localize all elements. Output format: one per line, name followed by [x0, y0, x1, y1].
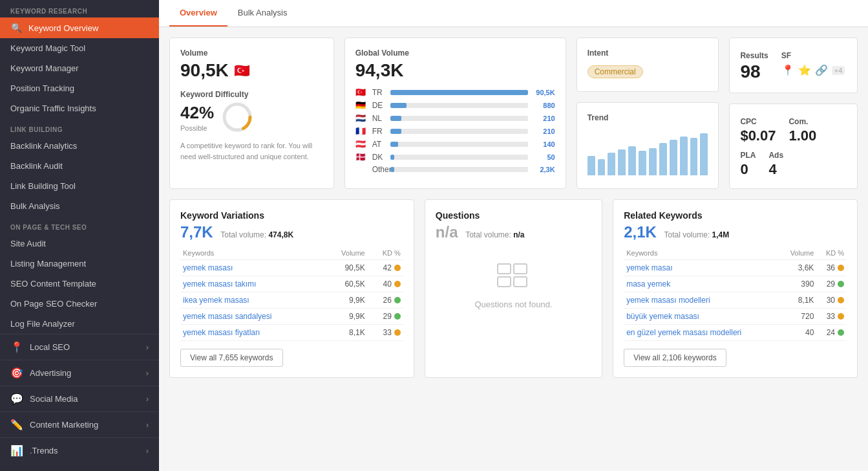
- keyword-link[interactable]: yemek masaı: [626, 263, 672, 272]
- country-value: 50: [531, 153, 555, 161]
- tabs-bar: Overview Bulk Analysis: [159, 0, 868, 27]
- kd-cell: 36: [816, 260, 847, 276]
- table-row: masa yemek 390 29: [624, 276, 847, 292]
- sidebar-item-label: Organic Traffic Insights: [10, 104, 96, 113]
- trend-bar: [670, 140, 677, 175]
- pla-value: 0: [740, 161, 756, 178]
- country-bar-fill: [390, 167, 394, 172]
- intent-badge: Commercial: [587, 65, 643, 78]
- sidebar-item-backlink-audit[interactable]: Backlink Audit: [0, 156, 159, 176]
- trend-bar: [649, 148, 657, 175]
- keyword-link[interactable]: en güzel yemek masası modelleri: [626, 328, 741, 337]
- country-flag: 🇹🇷: [355, 87, 370, 97]
- view-all-related-keywords-button[interactable]: View all 2,106 keywords: [624, 349, 726, 367]
- sf-icons: 📍 ⭐ 🔗 +4: [781, 64, 845, 76]
- sidebar-item-keyword-manager[interactable]: Keyword Manager: [0, 58, 159, 78]
- sidebar-item-label: Backlink Analytics: [10, 141, 77, 151]
- volume-cell: 40: [779, 325, 817, 341]
- sidebar-item-log-file-analyzer[interactable]: Log File Analyzer: [0, 314, 159, 334]
- sidebar-item-listing-management[interactable]: Listing Management: [0, 254, 159, 274]
- country-rows: 🇹🇷 TR 90,5K 🇩🇪 DE 880 🇳🇱 NL 210 🇫🇷 FR 21…: [355, 87, 555, 174]
- chevron-right-icon: ›: [146, 394, 149, 404]
- difficulty-row: 42% Possible: [180, 102, 323, 133]
- country-row: 🇹🇷 TR 90,5K: [355, 87, 555, 97]
- keyword-link[interactable]: yemek masası: [183, 263, 233, 272]
- kd-cell: 33: [816, 309, 847, 325]
- table-row: yemek masası fiyatları 8,1K 33: [180, 325, 403, 341]
- related-keywords-count: 2,1K: [624, 223, 657, 241]
- country-flag: 🇩🇪: [355, 100, 370, 110]
- keyword-link[interactable]: yemek masası fiyatları: [183, 328, 260, 337]
- ads-stat: Ads 4: [768, 151, 783, 178]
- sidebar-item-organic-traffic-insights[interactable]: Organic Traffic Insights: [0, 98, 159, 118]
- sidebar-item-on-page-seo-checker[interactable]: On Page SEO Checker: [0, 294, 159, 314]
- tab-bulk-analysis[interactable]: Bulk Analysis: [228, 0, 298, 27]
- trend-card: Trend: [577, 102, 719, 189]
- kd-dot: [394, 297, 401, 303]
- volume-cell: 3,6K: [779, 260, 817, 276]
- questions-empty-text: Questions not found.: [475, 300, 553, 309]
- sidebar-section-link-building: LINK BUILDING: [0, 118, 159, 136]
- questions-card: Questions n/a Total volume: n/a Q: [425, 199, 602, 378]
- sidebar-item-backlink-analytics[interactable]: Backlink Analytics: [0, 136, 159, 156]
- sidebar-item-keyword-overview[interactable]: 🔍 Keyword Overview: [0, 17, 159, 38]
- country-value: 140: [531, 140, 555, 148]
- tab-overview[interactable]: Overview: [169, 0, 228, 27]
- keyword-link[interactable]: yemek masası modelleri: [626, 296, 710, 305]
- country-flag: 🇫🇷: [355, 126, 370, 136]
- sidebar-item-keyword-magic-tool[interactable]: Keyword Magic Tool: [0, 38, 159, 58]
- keyword-link[interactable]: masa yemek: [626, 279, 670, 289]
- keyword-link[interactable]: yemek masası sandalyesi: [183, 312, 271, 321]
- global-volume-value: 94,3K: [355, 60, 555, 81]
- sidebar-item-bulk-analysis[interactable]: Bulk Analysis: [0, 196, 159, 216]
- sidebar-item-link-building-tool[interactable]: Link Building Tool: [0, 176, 159, 196]
- trend-bar: [628, 146, 636, 175]
- kd-dot: [838, 281, 844, 287]
- keyword-link[interactable]: yemek masası takımı: [183, 279, 256, 289]
- trend-bar: [598, 159, 606, 175]
- keyword-link[interactable]: ikea yemek masası: [183, 296, 249, 305]
- results-stat: Results 98: [740, 51, 768, 82]
- sf-plus-badge: +4: [832, 66, 845, 75]
- sidebar-group-trends[interactable]: 📊 .Trends ›: [0, 437, 159, 463]
- possible-text: Possible: [180, 124, 214, 132]
- view-all-kw-variations-button[interactable]: View all 7,655 keywords: [180, 349, 283, 367]
- results-sf-stats: Results 98 SF 📍 ⭐ 🔗 +4: [740, 51, 847, 82]
- sidebar-item-position-tracking[interactable]: Position Tracking: [0, 78, 159, 98]
- col-kd: KD %: [368, 246, 403, 260]
- sidebar-item-seo-content-template[interactable]: SEO Content Template: [0, 274, 159, 294]
- sidebar-item-site-audit[interactable]: Site Audit: [0, 234, 159, 254]
- country-value: 210: [531, 115, 555, 122]
- sidebar-group-local-seo[interactable]: 📍 Local SEO ›: [0, 334, 159, 360]
- trend-bar: [618, 149, 626, 175]
- country-bar-fill: [390, 142, 399, 147]
- sidebar-item-label: Backlink Audit: [10, 161, 63, 171]
- related-keywords-summary: 2,1K Total volume: 1,4M: [624, 223, 847, 241]
- volume-cell: 9,9K: [324, 309, 368, 325]
- volume-cell: 60,5K: [324, 276, 368, 292]
- sidebar-item-label: Bulk Analysis: [10, 201, 60, 211]
- sidebar-group-advertising[interactable]: 🎯 Advertising ›: [0, 360, 159, 386]
- kd-cell: 30: [816, 292, 847, 309]
- country-value: 880: [531, 102, 555, 109]
- sidebar-group-label: .Trends: [30, 446, 58, 455]
- com-value: 1.00: [789, 127, 816, 144]
- trend-label: Trend: [587, 113, 708, 122]
- keyword-link[interactable]: büyük yemek masası: [626, 312, 699, 321]
- sidebar-item-label: Log File Analyzer: [10, 319, 75, 329]
- kd-dot: [838, 297, 844, 303]
- location-sf-icon: 📍: [781, 64, 794, 76]
- sidebar-group-content-marketing[interactable]: ✏️ Content Marketing ›: [0, 411, 159, 437]
- related-keywords-table: Keywords Volume KD % yemek masaı 3,6K 36…: [624, 246, 847, 341]
- ads-value: 4: [768, 161, 783, 178]
- sidebar-item-label: Site Audit: [10, 239, 46, 248]
- volume-card: Volume 90,5K 🇹🇷 Keyword Difficulty 42% P…: [169, 38, 334, 189]
- chevron-right-icon: ›: [146, 446, 149, 455]
- table-row: yemek masası 90,5K 42: [180, 260, 403, 276]
- sidebar-group-social-media[interactable]: 💬 Social Media ›: [0, 386, 159, 411]
- questions-empty-state: Questions not found.: [436, 241, 591, 316]
- country-bar-bg: [390, 116, 528, 121]
- questions-title: Questions: [436, 210, 591, 221]
- trends-icon: 📊: [10, 444, 23, 457]
- svg-rect-4: [498, 277, 511, 287]
